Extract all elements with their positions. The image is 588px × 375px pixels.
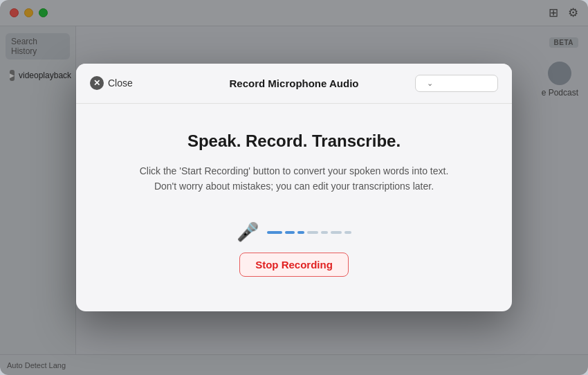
chevron-down-icon: ⌄ [427,79,433,88]
modal-header: ✕ Close Record Microphone Audio ⌄ [76,64,512,104]
stop-recording-button[interactable]: Stop Recording [239,253,349,277]
wave-bar-5 [321,231,328,234]
modal-title: Record Microphone Audio [230,77,359,89]
modal-subtext: Click the 'Start Recording' button to co… [135,163,453,194]
audio-wave-bars [267,231,351,234]
wave-bar-1 [267,231,282,234]
language-dropdown[interactable]: ⌄ [415,75,498,92]
wave-bar-2 [285,231,295,234]
close-icon: ✕ [90,76,104,90]
wave-bar-6 [331,231,342,234]
wave-bar-3 [297,231,304,234]
record-modal: ✕ Close Record Microphone Audio ⌄ Speak.… [76,64,512,312]
wave-bar-4 [307,231,318,234]
modal-overlay: ✕ Close Record Microphone Audio ⌄ Speak.… [0,0,588,375]
mic-wave-row: 🎤 [237,221,351,243]
close-label: Close [108,77,133,89]
wave-bar-7 [344,231,351,234]
microphone-icon: 🎤 [237,221,259,243]
recording-area: 🎤 Stop Recording [237,221,351,277]
close-button[interactable]: ✕ Close [90,76,133,90]
modal-body: Speak. Record. Transcribe. Click the 'St… [76,104,512,312]
modal-headline: Speak. Record. Transcribe. [187,131,401,151]
